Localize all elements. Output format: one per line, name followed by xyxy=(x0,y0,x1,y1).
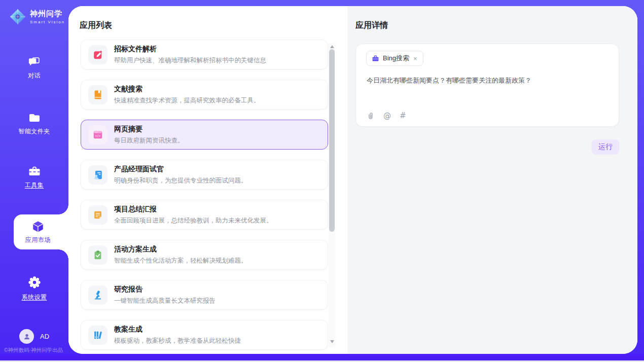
scroll-up-arrow-icon[interactable] xyxy=(330,45,334,48)
list-scrollbar[interactable] xyxy=(329,43,335,347)
sidebar-item-settings[interactable]: 系统设置 xyxy=(0,275,68,302)
brand-subtitle: Smart Vision xyxy=(30,20,65,24)
tool-tag-bing-search[interactable]: Bing搜索 × xyxy=(366,51,423,66)
sidebar-item-toolset[interactable]: 工具集 xyxy=(0,165,68,190)
prompt-input-card[interactable]: Bing搜索 × 今日湖北有哪些新闻要点？有哪些需要关注的最新政策？ @ # xyxy=(355,44,619,127)
app-card-desc: 明确身份和职责，为您提供专业性的面试问题。 xyxy=(114,176,247,185)
pen-edit-icon xyxy=(88,45,108,64)
app-card-desc: 一键智能生成高质量长文本研究报告 xyxy=(114,297,216,305)
app-detail-panel: 应用详情 Bing搜索 × 今日湖北有哪些新闻要点？有哪些需要关注的最新政策？ xyxy=(347,6,637,354)
app-card-desc: 模板驱动，教案秒成，教学准备从此轻松快捷 xyxy=(114,337,241,345)
app-card-title: 研究报告 xyxy=(114,285,216,294)
app-card-lesson-plan[interactable]: 教案生成 模板驱动，教案秒成，教学准备从此轻松快捷 xyxy=(81,320,328,350)
app-card-title: 招标文件解析 xyxy=(114,45,266,54)
bubble-fillet-top xyxy=(58,204,68,214)
app-card-pm-interviewer[interactable]: 产品经理面试官 明确身份和职责，为您提供专业性的面试问题。 xyxy=(81,160,328,190)
app-window: 神州问学 Smart Vision 对话 智能文件夹 xyxy=(0,0,644,362)
mention-icon[interactable]: @ xyxy=(383,111,391,120)
folder-icon xyxy=(27,112,42,124)
prompt-text[interactable]: 今日湖北有哪些新闻要点？有哪些需要关注的最新政策？ xyxy=(367,76,609,86)
tool-tag-label: Bing搜索 xyxy=(383,54,409,63)
app-card-desc: 帮助用户快速、准确地理解和解析招标书中的关键信息 xyxy=(114,56,266,65)
app-card-title: 网页摘要 xyxy=(114,125,184,134)
app-card-desc: 全面回顾项目进展，总结经验教训，助力未来优化发展。 xyxy=(114,216,273,225)
app-card-web-summary[interactable]: </> 网页摘要 每日政府新闻资讯快查。 xyxy=(81,120,328,150)
scroll-down-arrow-icon[interactable] xyxy=(330,340,334,343)
svg-text:</>: </> xyxy=(95,134,101,137)
app-card-title: 项目总结汇报 xyxy=(114,205,273,214)
sidebar: 神州问学 Smart Vision 对话 智能文件夹 xyxy=(0,0,68,362)
app-card-desc: 每日政府新闻资讯快查。 xyxy=(114,136,184,145)
brand-logo: 神州问学 Smart Vision xyxy=(9,8,65,25)
app-card-title: 活动方案生成 xyxy=(114,245,247,254)
sidebar-item-label: 工具集 xyxy=(25,181,44,190)
sidebar-item-smart-folder[interactable]: 智能文件夹 xyxy=(0,112,68,136)
copyright-footer: ©神州数码·神州问学出品 xyxy=(4,347,63,354)
app-list-title: 应用列表 xyxy=(80,20,347,31)
book-icon xyxy=(88,85,108,104)
sidebar-item-label: 对话 xyxy=(28,71,41,80)
content-panel: 应用列表 招标文件解析 帮助用户快速、准确地理解和解析招标书中的关键信息 xyxy=(68,6,637,354)
sidebar-item-app-market[interactable]: 应用市场 xyxy=(14,214,68,249)
app-detail-title: 应用详情 xyxy=(355,20,620,31)
brand-text: 神州问学 Smart Vision xyxy=(30,9,65,24)
gear-icon xyxy=(27,275,42,289)
attachment-toolbar: @ # xyxy=(366,111,406,120)
user-name: AD xyxy=(40,333,49,340)
app-card-title: 教案生成 xyxy=(114,325,241,334)
chat-icon xyxy=(27,56,41,68)
app-card-literature-search[interactable]: 文献搜索 快速精准查找学术资源，提高研究效率的必备工具。 xyxy=(81,80,328,110)
books-icon xyxy=(88,325,108,345)
app-card-desc: 快速精准查找学术资源，提高研究效率的必备工具。 xyxy=(114,96,260,105)
resume-person-icon xyxy=(88,165,108,185)
diamond-logo-icon xyxy=(9,8,26,25)
hash-icon[interactable]: # xyxy=(400,111,406,120)
clipboard-check-icon xyxy=(88,245,108,265)
avatar-icon xyxy=(19,329,34,344)
brand-name: 神州问学 xyxy=(30,9,65,19)
app-list: 招标文件解析 帮助用户快速、准确地理解和解析招标书中的关键信息 文献搜索 xyxy=(80,40,347,350)
run-button[interactable]: 运行 xyxy=(592,139,619,155)
app-card-title: 产品经理面试官 xyxy=(114,165,247,174)
sidebar-item-label: 智能文件夹 xyxy=(18,127,50,136)
scrollbar-thumb[interactable] xyxy=(329,49,335,232)
sidebar-item-chat[interactable]: 对话 xyxy=(0,56,68,80)
bottom-frame-bar xyxy=(0,354,644,360)
toolbox-icon xyxy=(27,165,42,177)
app-card-research-report[interactable]: 研究报告 一键智能生成高质量长文本研究报告 xyxy=(81,280,328,310)
app-card-event-plan[interactable]: 活动方案生成 智能生成个性化活动方案，轻松解决规划难题。 xyxy=(81,240,328,270)
sidebar-item-label: 应用市场 xyxy=(25,236,51,244)
app-card-project-summary[interactable]: 项目总结汇报 全面回顾项目进展，总结经验教训，助力未来优化发展。 xyxy=(81,200,328,230)
note-icon xyxy=(88,205,108,225)
user-account[interactable]: AD xyxy=(19,329,49,344)
sidebar-item-label: 系统设置 xyxy=(22,293,47,302)
cube-icon xyxy=(31,220,45,234)
app-list-panel: 应用列表 招标文件解析 帮助用户快速、准确地理解和解析招标书中的关键信息 xyxy=(68,6,347,354)
paperclip-icon[interactable] xyxy=(366,111,375,120)
microscope-icon xyxy=(88,285,108,305)
briefcase-icon xyxy=(372,55,379,62)
app-card-title: 文献搜索 xyxy=(114,85,260,94)
app-card-bid-analysis[interactable]: 招标文件解析 帮助用户快速、准确地理解和解析招标书中的关键信息 xyxy=(81,40,328,69)
close-icon[interactable]: × xyxy=(413,55,418,62)
browser-code-icon: </> xyxy=(88,125,108,144)
bubble-fillet-bottom xyxy=(58,249,68,260)
app-card-desc: 智能生成个性化活动方案，轻松解决规划难题。 xyxy=(114,257,247,265)
